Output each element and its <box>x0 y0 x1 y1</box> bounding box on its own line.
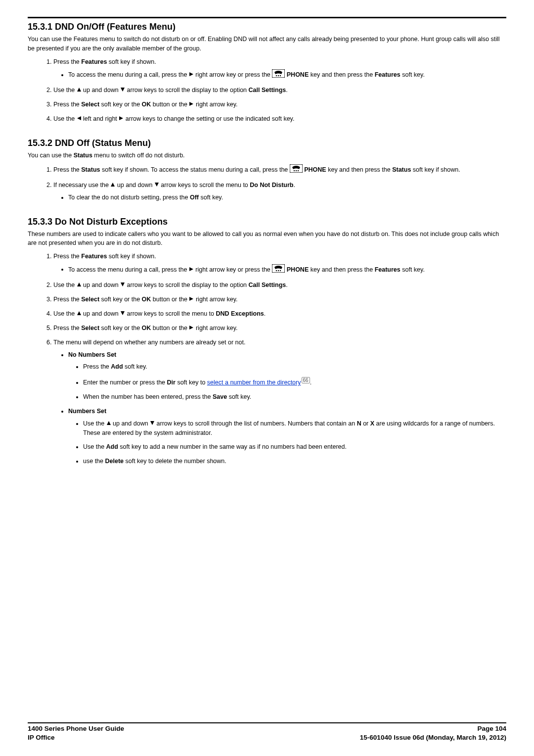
svg-point-12 <box>294 170 295 171</box>
text: arrow keys to change the setting or use … <box>124 115 294 122</box>
svg-marker-5 <box>77 88 81 92</box>
text: up and down <box>82 310 121 317</box>
text: Dir <box>167 379 176 386</box>
text: Do Not Disturb <box>250 182 293 189</box>
text: soft key to <box>176 379 207 386</box>
text: soft key if shown. To access the status … <box>100 166 289 173</box>
text: PHONE <box>303 166 326 173</box>
text: Call Settings <box>249 87 286 94</box>
svg-marker-14 <box>111 183 115 187</box>
svg-marker-8 <box>77 116 81 120</box>
phone-icon <box>272 69 285 81</box>
text: N <box>357 420 361 427</box>
text: Use the <box>53 115 77 122</box>
heading-dnd-off: 15.3.2 DND Off (Status Menu) <box>28 137 506 150</box>
text: PHONE <box>285 71 309 78</box>
right-arrow-icon <box>189 100 194 109</box>
text: up and down <box>82 282 121 288</box>
text: soft key. <box>123 363 147 370</box>
up-arrow-icon <box>77 281 82 290</box>
text: Press the <box>83 363 111 370</box>
text: arrow keys to scroll the menu to <box>159 182 250 189</box>
text: Off <box>190 194 199 201</box>
text: PHONE <box>285 266 309 273</box>
text: soft key if shown. <box>411 166 460 173</box>
svg-point-3 <box>276 75 277 76</box>
text: soft key or the <box>99 101 141 108</box>
text: Call Settings <box>249 282 286 288</box>
text: up and down <box>82 87 121 94</box>
text: To clear the do not disturb setting, pre… <box>68 194 190 201</box>
text: button or the <box>151 101 189 108</box>
right-arrow-icon <box>119 114 124 124</box>
text: Status <box>392 166 411 173</box>
intro-text: You can use the Features menu to switch … <box>28 35 506 53</box>
text: If necessary use the <box>53 182 110 189</box>
svg-marker-27 <box>107 421 111 425</box>
intro-text: These numbers are used to indicate calle… <box>28 230 506 248</box>
svg-marker-23 <box>189 297 193 301</box>
text: button or the <box>151 325 189 331</box>
list-item: To access the menu during a call, press … <box>68 264 506 276</box>
text: Select <box>81 101 99 108</box>
text: No Numbers Set <box>68 351 116 358</box>
text: . <box>293 182 295 189</box>
down-arrow-icon <box>150 419 155 428</box>
text: Numbers Set <box>68 408 106 415</box>
text: Save <box>213 393 227 400</box>
down-arrow-icon <box>120 86 125 95</box>
list-item: Use the left and right arrow keys to cha… <box>53 114 506 124</box>
text: Delete <box>105 458 124 465</box>
svg-marker-21 <box>77 283 81 286</box>
right-arrow-icon <box>189 70 194 80</box>
text: X <box>370 420 374 427</box>
list-item: Use the up and down arrow keys to scroll… <box>53 281 506 290</box>
text: arrow keys to scroll the display to the … <box>125 282 248 288</box>
down-arrow-icon <box>120 309 125 319</box>
text: Press the <box>53 296 81 303</box>
list-item: Use the Add soft key to add a new number… <box>83 442 506 452</box>
text: When the number has been entered, press … <box>83 393 213 400</box>
text: The menu will depend on whether any numb… <box>53 339 245 346</box>
list-item: Press the Select soft key or the OK butt… <box>53 324 506 333</box>
footer-left-2: IP Office <box>28 733 55 742</box>
text: arrow keys to scroll the menu to <box>125 310 216 317</box>
directory-link[interactable]: select a number from the directory <box>207 379 301 386</box>
text: key and then press the <box>309 266 374 273</box>
up-arrow-icon <box>77 86 82 95</box>
text: soft key. <box>400 71 425 78</box>
text: Select <box>81 325 99 331</box>
text: soft key. <box>199 194 223 201</box>
svg-marker-16 <box>189 267 193 271</box>
text: key and then press the <box>326 166 392 173</box>
text: left and right <box>82 115 119 122</box>
text: Use the <box>53 310 77 317</box>
list-item: If necessary use the up and down arrow k… <box>53 181 506 202</box>
up-arrow-icon <box>110 181 115 190</box>
text: soft key. <box>227 393 251 400</box>
text: Features <box>81 253 107 260</box>
heading-dnd-onoff: 15.3.1 DND On/Off (Features Menu) <box>28 20 506 34</box>
right-arrow-icon <box>189 265 194 275</box>
text: . <box>286 87 287 94</box>
text: To access the menu during a call, press … <box>68 71 189 78</box>
left-arrow-icon <box>77 114 82 124</box>
text: Features <box>375 266 400 273</box>
text: arrow keys to scroll the display to the … <box>125 87 248 94</box>
phone-icon <box>290 164 303 176</box>
text: Status <box>81 166 100 173</box>
text: right arrow key. <box>194 325 237 331</box>
text: button or the <box>151 296 189 303</box>
list-item: When the number has been entered, press … <box>83 392 506 402</box>
svg-point-4 <box>280 75 281 76</box>
svg-marker-0 <box>189 72 193 76</box>
down-arrow-icon <box>154 181 159 190</box>
right-arrow-icon <box>189 324 194 333</box>
text: up and down <box>111 420 150 427</box>
text: Press the <box>53 253 81 260</box>
text: Press the <box>53 166 81 173</box>
text: Features <box>375 71 400 78</box>
up-arrow-icon <box>106 419 111 428</box>
text: OK <box>142 325 151 331</box>
text: use the <box>83 458 105 465</box>
